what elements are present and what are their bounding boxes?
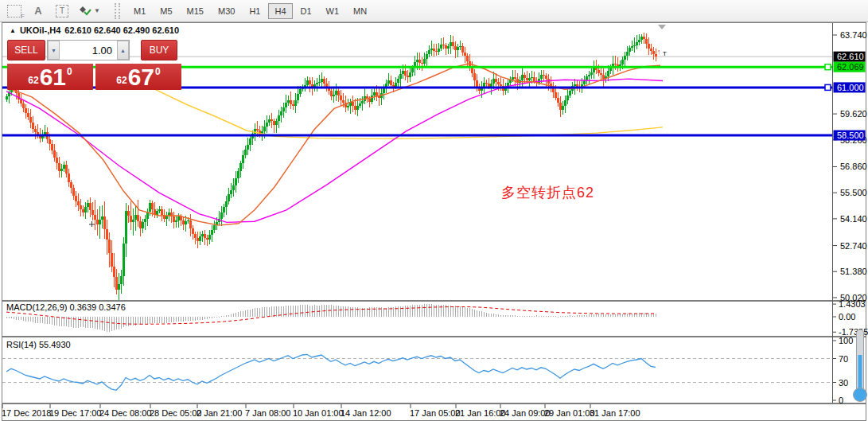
sell-price-main: 61 (40, 64, 66, 90)
timeframe-button-mn[interactable]: MN (347, 3, 373, 19)
time-label: 19 Dec 17:00 (49, 408, 101, 418)
symbol-period-label: UKOil-,H4 (20, 25, 60, 35)
svg-text:61.000: 61.000 (837, 83, 864, 92)
time-label: 17 Dec 2018 (2, 408, 51, 418)
buy-button[interactable]: BUY (141, 40, 177, 60)
time-label: 28 Dec 05:00 (150, 408, 201, 418)
svg-text:↑: ↑ (657, 48, 661, 56)
rsi-label: RSI(14) 55.4930 (6, 340, 71, 349)
sell-button[interactable]: SELL (7, 40, 45, 60)
sell-price-sup: 0 (67, 66, 72, 77)
toolbar-grip[interactable] (115, 3, 120, 19)
timeframe-button-m30[interactable]: M30 (212, 3, 241, 19)
timeframe-button-h1[interactable]: H1 (243, 3, 267, 19)
arrows-icon[interactable]: ▼ (76, 3, 103, 19)
svg-text:58.500: 58.500 (837, 131, 864, 140)
time-label: 7 Jan 08:00 (245, 408, 291, 418)
macd-label: MACD(12,26,9) 0.3639 0.3476 (6, 302, 126, 312)
spinner-down-icon[interactable]: ▼ (48, 41, 60, 60)
svg-text:30: 30 (839, 378, 848, 388)
timeframe-button-d1[interactable]: D1 (294, 3, 318, 19)
svg-text:100: 100 (839, 336, 853, 345)
timeframe-button-m1[interactable]: M1 (127, 3, 152, 19)
mt4-window: F A T ▼ M1M5M15M30H1H4D1W1MN ↑T多空转折点62MA… (0, 0, 868, 421)
time-label: 10 Jan 01:00 (293, 408, 344, 418)
buy-price-main: 67 (128, 64, 154, 90)
line-handle[interactable] (825, 84, 831, 90)
time-label: 21 Jan 16:00 (455, 408, 506, 418)
svg-text:55.500: 55.500 (840, 188, 867, 197)
svg-text:52.740: 52.740 (840, 241, 867, 251)
svg-text:T: T (663, 50, 667, 57)
svg-text:59.620: 59.620 (840, 109, 867, 119)
spinner-up-icon[interactable]: ▲ (117, 41, 129, 60)
line-handle[interactable] (825, 64, 831, 70)
svg-text:1.4303: 1.4303 (839, 299, 866, 309)
fibonacci-tool-glyph: F (7, 5, 21, 18)
buy-price-button[interactable]: 62 67 0 (95, 62, 181, 90)
panel-separator[interactable] (2, 336, 866, 337)
time-label: 14 Jan 12:00 (341, 408, 391, 418)
arrows-glyph (80, 6, 92, 17)
svg-text:0.00: 0.00 (839, 312, 855, 322)
chart-annotation[interactable]: 多空转折点62 (501, 185, 594, 201)
time-label: 24 Dec 08:00 (99, 408, 151, 418)
svg-text:51.380: 51.380 (840, 267, 867, 276)
svg-text:0: 0 (839, 396, 843, 405)
panel-separator[interactable] (2, 300, 866, 302)
time-label: 24 Jan 09:00 (500, 408, 551, 418)
timeframe-group: M1M5M15M30H1H4D1W1MN (127, 3, 374, 19)
trade-row: SELL ▼ ▲ BUY (7, 40, 181, 60)
text-label-icon[interactable]: A (29, 3, 48, 19)
svg-text:62.610: 62.610 (837, 52, 864, 61)
timeframe-button-m5[interactable]: M5 (154, 3, 178, 19)
buy-price-sup: 0 (155, 66, 161, 77)
svg-text:54.140: 54.140 (840, 214, 867, 224)
svg-text:70: 70 (839, 354, 848, 364)
ohlc-values: 62.610 62.640 62.490 62.610 (64, 25, 179, 35)
volume-input[interactable] (60, 41, 117, 60)
time-label: 2 Jan 21:00 (197, 408, 243, 418)
svg-text:56.860: 56.860 (840, 162, 867, 171)
chart-header: ▲ UKOil-,H4 62.610 62.640 62.490 62.610 (10, 25, 179, 35)
buy-price-prefix: 62 (116, 75, 127, 86)
one-click-trade-widget: SELL ▼ ▲ BUY 62 61 0 62 67 0 (7, 40, 181, 90)
big-price-row: 62 61 0 62 67 0 (7, 62, 181, 90)
timeframe-button-h4[interactable]: H4 (268, 3, 292, 19)
svg-text:62.069: 62.069 (837, 62, 864, 72)
fibonacci-tool-icon[interactable]: F (5, 3, 24, 19)
volume-stepper: ▼ ▲ (47, 40, 130, 60)
timeframe-button-m15[interactable]: M15 (181, 3, 210, 19)
sell-price-button[interactable]: 62 61 0 (7, 62, 93, 90)
time-label: 29 Jan 01:00 (544, 408, 595, 418)
collapse-icon[interactable]: ▲ (10, 27, 16, 34)
rsi-panel[interactable] (2, 337, 866, 403)
text-icon[interactable]: T (53, 3, 72, 19)
dropdown-caret-icon[interactable]: ▼ (94, 7, 100, 14)
text-icon-glyph: T (56, 5, 68, 18)
sell-price-prefix: 62 (28, 75, 38, 86)
time-label: 17 Jan 05:00 (410, 408, 461, 418)
timeframe-button-w1[interactable]: W1 (320, 3, 346, 19)
time-label: 31 Jan 17:00 (590, 408, 640, 418)
toolbar: F A T ▼ M1M5M15M30H1H4D1W1MN (0, 0, 868, 22)
panel-separator[interactable] (2, 403, 866, 404)
svg-text:63.740: 63.740 (840, 30, 867, 40)
